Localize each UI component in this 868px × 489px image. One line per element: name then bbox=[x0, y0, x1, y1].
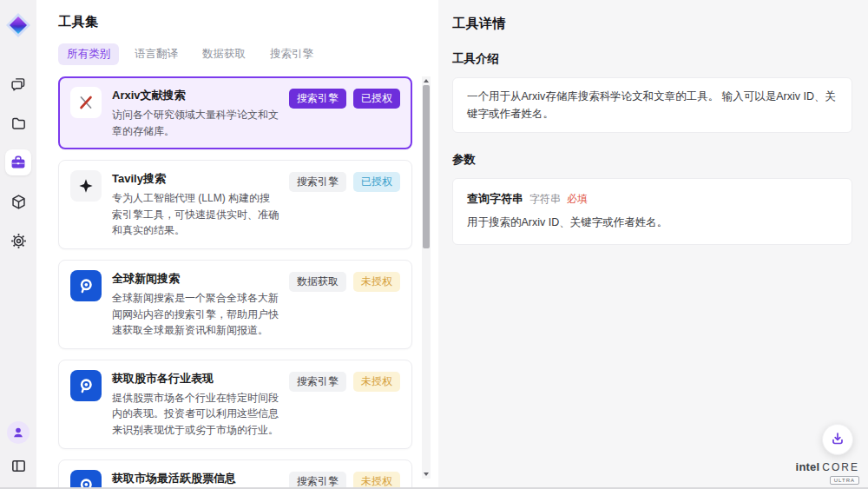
category-tab[interactable]: 语言翻译 bbox=[126, 43, 187, 65]
param-description: 用于搜索的Arxiv ID、关键字或作者姓名。 bbox=[467, 215, 838, 230]
auth-status-badge: 未授权 bbox=[353, 372, 400, 392]
intro-card: 一个用于从Arxiv存储库搜索科学论文和文章的工具。 输入可以是Arxiv ID… bbox=[452, 77, 852, 133]
scroll-down-icon[interactable] bbox=[422, 470, 431, 479]
toolbox-icon[interactable] bbox=[5, 149, 31, 175]
app-window: 工具集 所有类别 语言翻译 数据获取 搜索引擎 Arxiv文献搜索 访问各个研究… bbox=[0, 0, 868, 489]
sidebar bbox=[0, 0, 36, 487]
category-badge: 搜索引擎 bbox=[289, 372, 346, 392]
tool-card[interactable]: 获取股市各行业表现 提供股票市场各个行业在特定时间段内的表现。投资者可以利用这些… bbox=[58, 360, 412, 449]
auth-status-badge: 未授权 bbox=[353, 472, 400, 487]
settings-icon[interactable] bbox=[5, 228, 31, 254]
scroll-up-icon[interactable] bbox=[422, 76, 431, 85]
tool-description: 专为人工智能代理 (LLM) 构建的搜索引擎工具，可快速提供实时、准确和真实的结… bbox=[112, 190, 279, 239]
tool-title: 获取市场最活跃股票信息 bbox=[112, 471, 279, 486]
user-avatar-icon[interactable] bbox=[7, 421, 30, 444]
tool-list-panel: 工具集 所有类别 语言翻译 数据获取 搜索引擎 Arxiv文献搜索 访问各个研究… bbox=[36, 0, 438, 487]
category-tab[interactable]: 搜索引擎 bbox=[261, 43, 322, 65]
folder-icon[interactable] bbox=[5, 110, 31, 136]
category-tab[interactable]: 所有类别 bbox=[58, 43, 119, 65]
category-badge: 搜索引擎 bbox=[289, 472, 346, 487]
tool-description: 提供股票市场各个行业在特定时间段内的表现。投资者可以利用这些信息来识别表现优于或… bbox=[112, 390, 279, 439]
category-tab[interactable]: 数据获取 bbox=[194, 43, 254, 65]
param-required-flag: 必填 bbox=[567, 192, 588, 207]
chat-icon[interactable] bbox=[5, 71, 31, 97]
intel-core-logo: intel core ULTRA bbox=[796, 461, 859, 485]
tool-title: 全球新闻搜索 bbox=[112, 271, 279, 287]
param-name: 查询字符串 bbox=[467, 191, 523, 207]
category-badge: 搜索引擎 bbox=[289, 89, 346, 109]
tool-description: 全球新闻搜索是一个聚合全球各大新闻网站内容的搜索引擎，帮助用户快速获取全球最新资… bbox=[112, 290, 279, 339]
intro-text: 一个用于从Arxiv存储库搜索科学论文和文章的工具。 输入可以是Arxiv ID… bbox=[467, 88, 838, 122]
scrollbar-track[interactable] bbox=[422, 85, 431, 470]
category-badge: 数据获取 bbox=[289, 272, 346, 292]
tool-title: 获取股市各行业表现 bbox=[112, 371, 279, 387]
params-heading: 参数 bbox=[452, 152, 852, 168]
param-type: 字符串 bbox=[529, 192, 561, 207]
sidebar-nav bbox=[5, 71, 31, 254]
intro-heading: 工具介绍 bbox=[452, 51, 852, 67]
tool-list: Arxiv文献搜索 访问各个研究领域大量科学论文和文章的存储库。 搜索引擎 已授… bbox=[58, 76, 412, 487]
tool-detail-panel: 工具详情 工具介绍 一个用于从Arxiv存储库搜索科学论文和文章的工具。 输入可… bbox=[438, 0, 868, 487]
cube-icon[interactable] bbox=[5, 188, 31, 215]
core-wordmark: core bbox=[822, 462, 859, 472]
download-button[interactable] bbox=[822, 424, 853, 455]
auth-status-badge: 已授权 bbox=[353, 172, 400, 192]
download-icon bbox=[830, 431, 845, 449]
param-card: 查询字符串 字符串 必填 用于搜索的Arxiv ID、关键字或作者姓名。 bbox=[452, 178, 852, 245]
detail-title: 工具详情 bbox=[452, 16, 852, 32]
tool-card[interactable]: Arxiv文献搜索 访问各个研究领域大量科学论文和文章的存储库。 搜索引擎 已授… bbox=[58, 76, 412, 149]
intel-wordmark: intel bbox=[796, 461, 820, 472]
tool-description: 访问各个研究领域大量科学论文和文章的存储库。 bbox=[112, 107, 279, 139]
panel-toggle-icon[interactable] bbox=[5, 453, 31, 479]
q-blue-icon bbox=[70, 370, 102, 401]
tool-title: Arxiv文献搜索 bbox=[112, 88, 279, 103]
arxiv-icon bbox=[70, 87, 102, 118]
list-scrollbar[interactable] bbox=[422, 76, 431, 479]
tool-title: Tavily搜索 bbox=[112, 171, 279, 187]
auth-status-badge: 已授权 bbox=[353, 89, 400, 109]
tool-card[interactable]: 全球新闻搜索 全球新闻搜索是一个聚合全球各大新闻网站内容的搜索引擎，帮助用户快速… bbox=[58, 260, 412, 349]
category-badge: 搜索引擎 bbox=[289, 172, 346, 192]
tavily-icon bbox=[70, 170, 102, 202]
category-tabs: 所有类别 语言翻译 数据获取 搜索引擎 bbox=[58, 43, 412, 65]
scrollbar-thumb[interactable] bbox=[423, 85, 430, 248]
page-title: 工具集 bbox=[58, 14, 412, 30]
tool-card[interactable]: 获取市场最活跃股票信息 提供当天交易量最高的股票列表，投资者可以利用这些信息来识… bbox=[58, 459, 412, 487]
ultra-badge: ULTRA bbox=[830, 476, 859, 485]
q-blue-icon bbox=[70, 470, 102, 487]
app-logo-diamond-icon bbox=[5, 12, 31, 38]
q-blue-icon bbox=[70, 270, 102, 301]
auth-status-badge: 未授权 bbox=[353, 272, 400, 292]
tool-card[interactable]: Tavily搜索 专为人工智能代理 (LLM) 构建的搜索引擎工具，可快速提供实… bbox=[58, 160, 412, 249]
